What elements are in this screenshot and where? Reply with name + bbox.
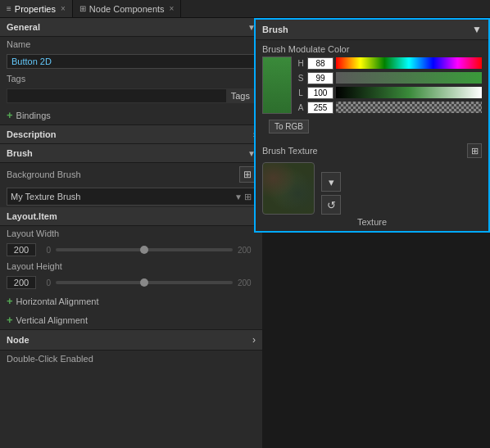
layout-height-value[interactable]	[7, 276, 36, 289]
bindings-plus-icon: +	[7, 109, 13, 121]
l-channel-label: L	[297, 88, 305, 97]
h-gradient-bar[interactable]	[336, 57, 482, 69]
tags-input-row: Tags	[7, 88, 256, 103]
texture-controls: ▾ ↺	[321, 172, 341, 215]
s-channel-label: S	[297, 74, 305, 83]
color-h-row: H	[297, 57, 482, 70]
name-input[interactable]	[7, 54, 256, 69]
layout-height-max: 200	[238, 278, 256, 287]
layout-width-max: 200	[238, 246, 256, 255]
tags-area: Tags	[0, 86, 262, 106]
double-click-label: Double-Click Enabled	[7, 354, 93, 364]
brush-section-title: Brush	[7, 148, 33, 158]
background-brush-icon-button[interactable]: ⊞	[239, 166, 256, 183]
node-components-tab-icon: ⊞	[79, 4, 86, 13]
brush-section-header[interactable]: Brush ▼	[0, 144, 262, 163]
tags-field-row: Tags	[0, 71, 262, 86]
tags-button[interactable]: Tags	[226, 89, 255, 102]
l-gradient-bar[interactable]	[336, 87, 482, 98]
node-components-tab-close[interactable]: ×	[170, 4, 175, 13]
bindings-row[interactable]: + Bindings	[0, 106, 262, 124]
tab-properties[interactable]: ≡ Properties ×	[0, 0, 73, 17]
texture-name-label: Texture	[262, 217, 482, 227]
background-brush-row: Background Brush ⊞	[0, 163, 262, 186]
color-s-row: S	[297, 71, 482, 84]
layout-item-section-header[interactable]: Layout.Item	[0, 207, 262, 226]
layout-width-slider-row: 0 200	[0, 241, 262, 259]
color-preview-swatch[interactable]	[262, 57, 292, 114]
general-section-header[interactable]: General ▼	[0, 18, 262, 37]
description-section-header[interactable]: Description ›	[0, 125, 262, 144]
color-sliders: H S L A	[297, 57, 482, 114]
texture-thumbnail	[262, 162, 315, 215]
v-alignment-row[interactable]: + Vertical Alignment	[0, 310, 262, 329]
to-rgb-button[interactable]: To RGB	[269, 120, 309, 133]
a-gradient-bar[interactable]	[336, 102, 482, 113]
layout-width-min: 0	[41, 246, 51, 255]
layout-width-label: Layout Width	[7, 229, 76, 238]
layout-height-min: 0	[41, 278, 51, 287]
node-section-header[interactable]: Node ›	[0, 329, 262, 351]
h-channel-label: H	[297, 59, 305, 68]
a-channel-label: A	[297, 103, 305, 112]
layout-height-slider-row: 0 200	[0, 274, 262, 292]
name-value-row	[0, 52, 262, 71]
node-chevron-icon: ›	[252, 334, 256, 346]
double-click-row: Double-Click Enabled	[0, 351, 262, 367]
left-panel: General ▼ Name Tags Tags + Bindings Desc…	[0, 18, 262, 448]
general-section-title: General	[7, 22, 40, 32]
layout-width-track[interactable]	[56, 248, 233, 251]
texture-preview-area: ▾ ↺	[262, 162, 482, 215]
node-components-tab-label: Node Components	[89, 4, 165, 14]
s-gradient-bar[interactable]	[336, 72, 482, 84]
to-rgb-area: To RGB	[256, 114, 488, 139]
properties-tab-close[interactable]: ×	[61, 4, 66, 13]
properties-tab-label: Properties	[15, 4, 56, 14]
h-alignment-label: Horizontal Alignment	[16, 296, 99, 306]
brush-panel-header: Brush ▼	[256, 20, 488, 40]
tags-label: Tags	[7, 74, 72, 84]
h-channel-input[interactable]	[307, 57, 333, 70]
s-channel-input[interactable]	[307, 72, 333, 84]
description-section-title: Description	[7, 129, 57, 139]
tab-node-components[interactable]: ⊞ Node Components ×	[73, 0, 182, 17]
h-alignment-plus-icon: +	[7, 295, 13, 307]
brush-panel: Brush ▼ Brush Modulate Color H S	[254, 18, 490, 233]
tab-bar: ≡ Properties × ⊞ Node Components ×	[0, 0, 490, 18]
color-a-row: A	[297, 101, 482, 114]
grid-icon: ⊞	[243, 169, 252, 180]
texture-dropdown-button[interactable]: ▾	[321, 172, 341, 192]
tags-input[interactable]	[7, 89, 226, 102]
main-layout: General ▼ Name Tags Tags + Bindings Desc…	[0, 18, 490, 448]
layout-height-track[interactable]	[56, 281, 233, 284]
layout-width-thumb[interactable]	[140, 246, 148, 254]
brush-texture-label: Brush Texture	[262, 146, 318, 156]
layout-height-row: Layout Height	[0, 259, 262, 274]
brush-texture-icon-button[interactable]: ⊞	[467, 143, 482, 158]
layout-height-thumb[interactable]	[140, 278, 148, 287]
name-field-row: Name	[0, 37, 262, 52]
layout-item-title: Layout.Item	[7, 211, 57, 221]
color-l-row: L	[297, 86, 482, 99]
a-channel-input[interactable]	[307, 102, 333, 114]
name-label: Name	[7, 39, 72, 49]
color-mod-label: Brush Modulate Color	[256, 40, 488, 57]
texture-brush-dropdown-arrow: ▼	[234, 192, 243, 201]
properties-tab-icon: ≡	[7, 4, 11, 13]
background-brush-label: Background Brush	[7, 170, 81, 179]
texture-brush-edit-icon: ⊞	[244, 192, 252, 202]
v-alignment-label: Vertical Alignment	[16, 315, 88, 325]
brush-texture-header: Brush Texture ⊞	[262, 143, 482, 158]
node-section-title: Node	[7, 335, 29, 345]
layout-width-row: Layout Width	[0, 226, 262, 241]
layout-width-value[interactable]	[7, 243, 36, 256]
l-channel-input[interactable]	[307, 87, 333, 99]
v-alignment-plus-icon: +	[7, 314, 13, 326]
h-alignment-row[interactable]: + Horizontal Alignment	[0, 292, 262, 310]
brush-panel-chevron-icon: ▼	[472, 24, 482, 35]
texture-reset-button[interactable]: ↺	[321, 195, 341, 215]
brush-panel-title: Brush	[262, 25, 288, 34]
color-mod-area: H S L A	[256, 57, 488, 114]
texture-brush-name: My Texture Brush	[11, 192, 234, 201]
texture-brush-row[interactable]: My Texture Brush ▼ ⊞	[7, 188, 256, 206]
